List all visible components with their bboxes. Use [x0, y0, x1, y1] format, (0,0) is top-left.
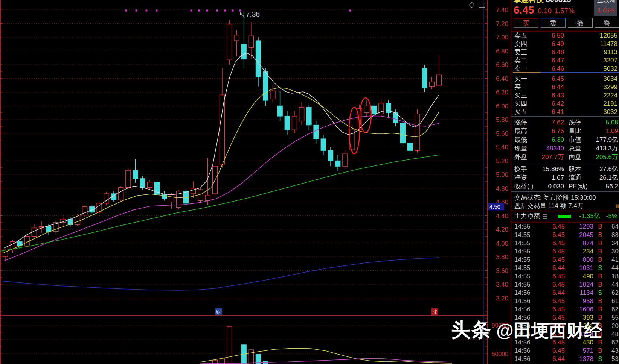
sell-level-row[interactable]: 卖二6.473207 [511, 56, 619, 65]
cancel-order-button[interactable]: 撤 [568, 18, 593, 28]
divider [511, 31, 619, 31]
trade-count: 53 [606, 355, 619, 363]
buy-level-row[interactable]: 买五6.413032 [511, 108, 619, 116]
candle-body [205, 195, 210, 201]
trade-time: 14:55 [514, 247, 531, 256]
trade-count: 34 [606, 239, 619, 247]
trade-row[interactable]: 14:556.451293B64 [511, 223, 619, 231]
main-force-row[interactable]: 主力净额 ▤ -1.35亿 -5% [511, 212, 619, 220]
candle-body [75, 215, 80, 225]
stat-value: 207.7万 [535, 153, 564, 161]
trade-volume: 874 [568, 239, 593, 247]
stat-value: 0.030 [535, 182, 564, 191]
trade-row[interactable]: 14:556.441031S44 [511, 264, 619, 272]
trade-direction-flag: B [597, 272, 603, 281]
candle-body [220, 95, 225, 164]
trade-time: 14:55 [514, 272, 531, 281]
trade-price: 6.45 [538, 297, 565, 305]
trade-row[interactable]: 14:556.45234B30 [511, 247, 619, 256]
trade-volume: 1024 [568, 281, 593, 289]
stat-value: 6.30 [535, 136, 564, 144]
buy-level-row[interactable]: 买一6.453034 [511, 75, 619, 83]
trade-price: 6.44 [538, 264, 565, 272]
price-axis-label: 3.60 [496, 267, 508, 275]
stat-row[interactable]: 净资1.67流通26.1亿 [511, 174, 619, 182]
trade-volume: 800 [568, 256, 593, 264]
watermark: 头条 @田埂西财经 [451, 317, 602, 343]
candle-body [263, 71, 268, 100]
price-axis-label: 6.80 [496, 48, 508, 55]
signal-dot [224, 10, 226, 12]
candle-body [321, 139, 326, 150]
buy-level-row[interactable]: 买三6.432224 [511, 91, 619, 100]
candle-body [372, 106, 377, 114]
trade-direction-flag: B [597, 247, 603, 256]
trade-row[interactable]: 14:556.452045B88 [511, 231, 619, 239]
stat-row[interactable]: 涨停7.62跌停5.08 [511, 118, 619, 127]
stat-value: 1.67 [535, 174, 564, 182]
stat-row[interactable]: 外盘207.7万内盘205.6万 [511, 153, 619, 161]
price-axis-label: 6.60 [496, 61, 508, 68]
trade-time: 14:56 [514, 305, 531, 314]
stat-row[interactable]: 最低6.30市值177.9亿 [511, 136, 619, 144]
candle-body [437, 75, 442, 85]
trade-volume: 1606 [568, 305, 593, 314]
trade-row[interactable]: 14:566.45571B43 [511, 347, 619, 355]
buy-level-row[interactable]: 买四6.422191 [511, 100, 619, 108]
trade-count: 44 [606, 281, 619, 289]
trade-row[interactable]: 14:556.451024B44 [511, 281, 619, 289]
stat-row[interactable]: 现量49340总量413.3万 [511, 144, 619, 153]
sell-button[interactable]: 卖 [541, 18, 566, 28]
candle-body [314, 125, 319, 139]
alert-button[interactable]: 警 [595, 18, 619, 28]
candle-body [364, 106, 369, 113]
stat-value: 26.1亿 [587, 174, 618, 182]
sell-level-row[interactable]: 卖五6.5012055 [511, 32, 619, 40]
trade-count: 88 [606, 231, 619, 239]
price-axis-label: 5.20 [496, 158, 508, 165]
trade-price: 6.45 [538, 223, 565, 231]
buy-button[interactable]: 买 [514, 18, 538, 28]
divider [511, 116, 619, 117]
stat-row[interactable]: 最高6.75量比1.09 [511, 127, 619, 135]
candle-body [140, 179, 145, 188]
level-price: 6.47 [534, 56, 564, 65]
list-icon[interactable]: ▤ [542, 212, 547, 220]
trade-volume: 234 [568, 247, 593, 256]
trade-count: 18 [606, 272, 619, 281]
trade-row[interactable]: 14:566.451606B62 [511, 305, 619, 314]
trade-price: 6.45 [538, 247, 565, 256]
stock-app-window: { "header": { "name": "掌趣科技", "code": "3… [0, 0, 619, 364]
mini-chart-icon[interactable]: ▥ [615, 203, 619, 209]
diamond-icon[interactable] [469, 2, 474, 8]
panel-toggle-icon[interactable] [479, 3, 485, 8]
stat-label: 收益(-) [514, 182, 534, 191]
level-volume: 12055 [575, 32, 617, 40]
sell-level-row[interactable]: 卖四6.4911478 [511, 40, 619, 48]
level-label: 卖四 [514, 40, 527, 48]
stat-label: 最高 [514, 127, 527, 135]
stat-label: 流通 [569, 174, 581, 182]
trade-row[interactable]: 14:566.441378S53 [511, 355, 619, 363]
trade-count: 62 [606, 338, 619, 347]
trade-row[interactable]: 14:566.45958B61 [511, 297, 619, 305]
trade-row[interactable]: 14:556.45490B18 [511, 272, 619, 281]
price-change-pct: 1.57% [554, 7, 575, 15]
trade-row[interactable]: 14:556.45800B41 [511, 256, 619, 264]
candlestick-chart[interactable]: 7.407.207.006.806.606.406.206.005.805.60… [0, 0, 511, 364]
trade-direction-flag: B [597, 231, 603, 239]
candle-body [119, 188, 123, 200]
trade-count: 62 [606, 305, 619, 314]
sell-level-row[interactable]: 卖三6.489113 [511, 48, 619, 56]
stat-row[interactable]: 收益(-)0.030PE(动)56.2 [511, 182, 619, 191]
buy-level-row[interactable]: 买二6.443299 [511, 83, 619, 91]
sector-box[interactable]: 互联网 1.45% [594, 0, 617, 16]
trade-row[interactable]: 14:566.441134S62 [511, 289, 619, 297]
main-force-pct: -5% [603, 212, 617, 220]
level-price: 6.48 [534, 48, 564, 56]
trade-direction-flag: B [597, 347, 603, 355]
trade-row[interactable]: 14:556.45874B34 [511, 239, 619, 247]
level-label: 买五 [514, 108, 527, 116]
stat-row[interactable]: 换手15.86%股本27.6亿 [511, 165, 619, 173]
trade-time: 14:55 [514, 264, 531, 272]
